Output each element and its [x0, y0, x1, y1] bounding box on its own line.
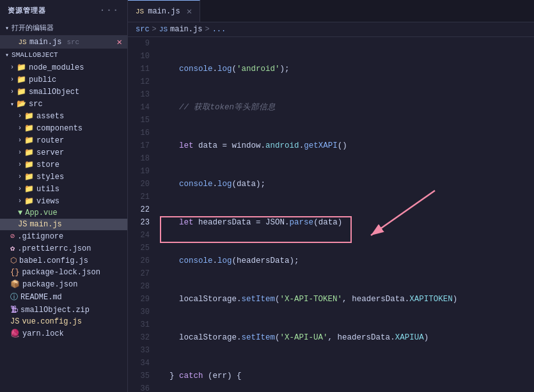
- sidebar-item-utils[interactable]: › 📁 utils: [0, 183, 127, 195]
- js-icon: JS: [18, 38, 27, 46]
- ln-35: 35: [128, 370, 150, 382]
- item-label: README.md: [20, 293, 62, 302]
- folder-icon: 📂: [17, 99, 26, 109]
- ln-20: 20: [128, 178, 150, 191]
- chevron-icon: ›: [18, 198, 22, 205]
- item-label: store: [36, 161, 59, 169]
- tab-label: main.js: [148, 7, 180, 16]
- sidebar-item-public[interactable]: › 📁 public: [0, 74, 127, 86]
- sidebar-item-package[interactable]: 📦 package.json: [0, 278, 127, 290]
- open-file-label: main.js: [29, 38, 61, 47]
- yarn-icon: 🧶: [10, 329, 20, 338]
- sidebar-item-src[interactable]: ▾ 📂 src: [0, 98, 127, 110]
- chevron-icon: ›: [18, 149, 22, 156]
- git-icon: ⊘: [10, 231, 15, 241]
- breadcrumb-src[interactable]: src: [136, 25, 150, 34]
- sidebar-item-components[interactable]: › 📁 components: [0, 122, 127, 134]
- code-line-9: console.log('android');: [160, 63, 534, 75]
- folder-icon: 📁: [17, 87, 26, 97]
- editor-area: JS main.js ✕ src > JS main.js > ... 9 10…: [128, 0, 534, 392]
- ln-13: 13: [128, 88, 150, 101]
- breadcrumb: src > JS main.js > ...: [128, 22, 534, 37]
- ln-24: 24: [128, 229, 150, 242]
- sidebar-item-zip[interactable]: 🗜 smallObject.zip: [0, 304, 127, 316]
- sidebar-item-store[interactable]: › 📁 store: [0, 159, 127, 171]
- ln-15: 15: [128, 114, 150, 127]
- ln-22: 22: [128, 203, 150, 216]
- ln-34: 34: [128, 357, 150, 370]
- item-label: public: [29, 75, 56, 84]
- open-file-path: src: [67, 38, 79, 46]
- code-line-11: let data = window.android.getXAPI(): [160, 139, 534, 152]
- babel-icon: ⬡: [10, 256, 17, 265]
- ln-25: 25: [128, 242, 150, 255]
- sidebar-item-babel[interactable]: ⬡ babel.config.js: [0, 255, 127, 267]
- code-line-15: localStorage.setItem('X-API-TOKEN', head…: [160, 293, 534, 306]
- item-label: main.js: [29, 220, 61, 229]
- folder-icon: 📁: [24, 111, 34, 121]
- chevron-icon: ›: [10, 76, 14, 83]
- sidebar-dots[interactable]: ···: [100, 5, 120, 15]
- item-label: App.vue: [25, 208, 57, 217]
- sidebar-item-vue-config[interactable]: JS vue.config.js: [0, 316, 127, 327]
- item-label: smallObject.zip: [20, 306, 90, 315]
- ln-9: 9: [128, 37, 150, 50]
- chevron-icon: ›: [18, 113, 22, 120]
- breadcrumb-file[interactable]: main.js: [170, 25, 202, 34]
- sidebar-item-smallObject[interactable]: › 📁 smallObject: [0, 86, 127, 98]
- code-editor[interactable]: console.log('android'); // 获取token等头部信息 …: [155, 37, 534, 392]
- sidebar-item-App.vue[interactable]: ▼ App.vue: [0, 207, 127, 219]
- breadcrumb-dots[interactable]: ...: [212, 25, 226, 34]
- sidebar-item-gitignore[interactable]: ⊘ .gitignore: [0, 230, 127, 242]
- sidebar-item-styles[interactable]: › 📁 styles: [0, 171, 127, 183]
- ln-17: 17: [128, 139, 150, 152]
- item-label: styles: [36, 173, 64, 182]
- ln-18: 18: [128, 152, 150, 165]
- item-label: node_modules: [29, 63, 84, 72]
- open-file-item[interactable]: JS main.js src ✕: [0, 35, 127, 49]
- sidebar-item-package-lock[interactable]: {} package-lock.json: [0, 267, 127, 278]
- item-label: package-lock.json: [22, 268, 100, 277]
- vue-icon: ▼: [18, 208, 22, 217]
- ln-19: 19: [128, 165, 150, 178]
- sidebar-item-views[interactable]: › 📁 views: [0, 195, 127, 207]
- ln-30: 30: [128, 306, 150, 318]
- code-line-14: console.log(headersData);: [160, 255, 534, 267]
- chevron-icon: ›: [18, 125, 22, 132]
- tab-js-icon: JS: [136, 8, 144, 15]
- ln-32: 32: [128, 331, 150, 344]
- folder-icon: 📁: [24, 136, 34, 145]
- code-area[interactable]: 9 10 11 12 13 14 15 16 17 18 19 20 21 22…: [128, 37, 534, 392]
- folder-icon: 📁: [24, 123, 34, 133]
- tab-close-button[interactable]: ✕: [187, 6, 192, 17]
- folder-icon: 📁: [24, 184, 34, 194]
- sidebar-item-main.js[interactable]: JS main.js: [0, 219, 127, 230]
- item-label: .prettierrc.json: [17, 244, 91, 253]
- folder-icon: 📁: [24, 196, 34, 206]
- ln-28: 28: [128, 280, 150, 293]
- item-label: server: [36, 148, 64, 157]
- tab-main-js[interactable]: JS main.js ✕: [128, 0, 200, 22]
- ln-16: 16: [128, 127, 150, 139]
- item-label: vue.config.js: [22, 317, 82, 326]
- sidebar-item-readme[interactable]: ⓘ README.md: [0, 290, 127, 304]
- sidebar-item-prettierrc[interactable]: ✿ .prettierrc.json: [0, 242, 127, 255]
- open-editors-section[interactable]: ▾ 打开的编辑器: [0, 20, 127, 35]
- sidebar-item-yarn[interactable]: 🧶 yarn.lock: [0, 327, 127, 340]
- sidebar-item-router[interactable]: › 📁 router: [0, 134, 127, 146]
- breadcrumb-sep2: >: [205, 25, 209, 34]
- sidebar-item-assets[interactable]: › 📁 assets: [0, 110, 127, 122]
- ln-26: 26: [128, 255, 150, 267]
- ln-10: 10: [128, 50, 150, 63]
- code-line-17: } catch (err) {: [160, 370, 534, 382]
- open-file-close[interactable]: ✕: [117, 36, 122, 47]
- open-editors-chevron: ▾: [5, 24, 9, 32]
- chevron-icon: ›: [18, 185, 22, 192]
- tab-bar: JS main.js ✕: [128, 0, 534, 22]
- sidebar-item-server[interactable]: › 📁 server: [0, 146, 127, 159]
- item-label: babel.config.js: [19, 256, 88, 265]
- item-label: src: [29, 100, 43, 109]
- chevron-icon: ›: [18, 161, 22, 168]
- project-section[interactable]: ▾ SMALLOBJECT: [0, 49, 127, 61]
- sidebar-item-node_modules[interactable]: › 📁 node_modules: [0, 61, 127, 74]
